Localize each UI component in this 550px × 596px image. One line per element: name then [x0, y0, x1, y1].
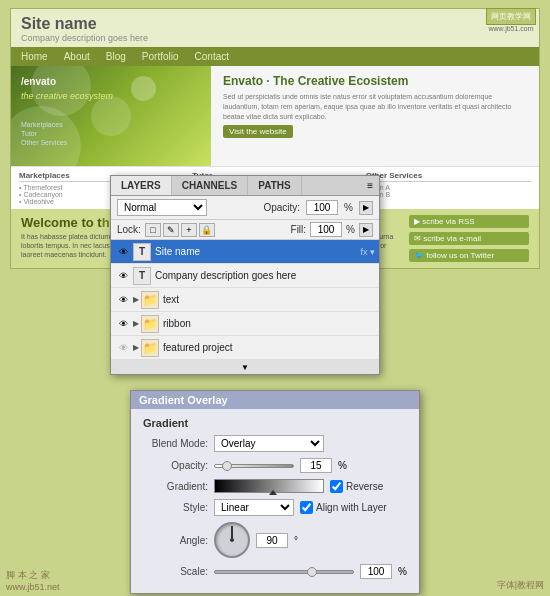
- follow-twitter-btn[interactable]: 🐦 follow us on Twitter: [409, 249, 529, 262]
- envato-body: Sed ut perspiciatis unde omnis iste natu…: [223, 92, 527, 121]
- angle-dial[interactable]: [214, 522, 250, 558]
- opacity-input[interactable]: [306, 200, 338, 215]
- lock-image[interactable]: ✎: [163, 223, 179, 237]
- thumb-ribbon: 📁: [141, 315, 159, 333]
- scale-slider-thumb[interactable]: [307, 567, 317, 577]
- gradient-opacity-row: Opacity: %: [143, 458, 407, 473]
- layer-item-featured[interactable]: 👁 ▶ 📁 featured project: [111, 336, 379, 360]
- lock-transparent[interactable]: □: [145, 223, 161, 237]
- lock-icons: □ ✎ + 🔒: [145, 223, 215, 237]
- align-checkbox[interactable]: Align with Layer: [300, 501, 387, 514]
- angle-dial-container: °: [214, 522, 298, 558]
- gradient-angle-label: Angle:: [143, 535, 208, 546]
- gradient-style-row: Style: Linear Align with Layer: [143, 499, 407, 516]
- site-nav: Home About Blog Portfolio Contact: [11, 47, 539, 66]
- market-col-3: Other Services • Item A • Item B: [366, 171, 531, 205]
- subscribe-email-btn[interactable]: ✉ scribe via e-mail: [409, 232, 529, 245]
- scale-input[interactable]: [360, 564, 392, 579]
- blend-mode-select[interactable]: Normal: [117, 199, 207, 216]
- tutor-label: Tutor: [21, 130, 201, 137]
- other-label: Other Services: [21, 139, 201, 146]
- arrow-featured: ▶: [133, 343, 139, 352]
- top-right-watermark: 网页教学网 www.jb51.com: [486, 8, 536, 32]
- layer-item-ribbon[interactable]: 👁 ▶ 📁 ribbon: [111, 312, 379, 336]
- opacity-slider[interactable]: [214, 464, 294, 468]
- angle-unit: °: [294, 535, 298, 546]
- scale-slider-container: %: [214, 564, 407, 579]
- scale-slider[interactable]: [214, 570, 354, 574]
- watermark-box: 网页教学网: [486, 8, 536, 25]
- watermark-url: www.jb51.com: [486, 25, 536, 32]
- arrow-ribbon: ▶: [133, 319, 139, 328]
- eye-icon-featured[interactable]: 👁: [115, 340, 131, 356]
- nav-home[interactable]: Home: [21, 51, 48, 62]
- envato-tagline: the creative ecosystem: [21, 91, 201, 101]
- eye-icon-text[interactable]: 👁: [115, 292, 131, 308]
- gradient-scale-row: Scale: %: [143, 564, 407, 579]
- gradient-angle-row: Angle: °: [143, 522, 407, 558]
- tab-layers[interactable]: LAYERS: [111, 176, 172, 195]
- eye-icon-sitename[interactable]: 👁: [115, 244, 131, 260]
- layer-item-company[interactable]: 👁 T Company description goes here: [111, 264, 379, 288]
- envato-title: Envato · The Creative Ecosistem: [223, 74, 527, 88]
- site-header: Site name Company description goes here …: [11, 9, 539, 47]
- nav-about[interactable]: About: [64, 51, 90, 62]
- fx-badge-sitename: fx ▾: [360, 247, 375, 257]
- layers-panel-menu[interactable]: ≡: [361, 176, 379, 195]
- gradient-opacity-pct: %: [338, 460, 347, 471]
- market-other-2: • Item B: [366, 191, 531, 198]
- fill-arrow[interactable]: ▶: [359, 223, 373, 237]
- gradient-overlay-panel: Gradient Overlay Gradient Blend Mode: Ov…: [130, 390, 420, 594]
- thumb-sitename: T: [133, 243, 151, 261]
- gradient-bar-thumb: [269, 490, 277, 495]
- layer-name-featured: featured project: [163, 342, 375, 353]
- layer-item-sitename[interactable]: 👁 T Site name fx ▾: [111, 240, 379, 264]
- layer-name-company: Company description goes here: [155, 270, 375, 281]
- watermark-cn: 脚 本 之 家: [6, 569, 60, 582]
- align-check[interactable]: [300, 501, 313, 514]
- gradient-blend-label: Blend Mode:: [143, 438, 208, 449]
- eye-icon-ribbon[interactable]: 👁: [115, 316, 131, 332]
- gradient-style-select[interactable]: Linear: [214, 499, 294, 516]
- gradient-scale-label: Scale:: [143, 566, 208, 577]
- visit-btn[interactable]: Visit the website: [223, 125, 293, 138]
- opacity-arrow[interactable]: ▶: [359, 201, 373, 215]
- markets-label: Marketplaces: [21, 121, 201, 128]
- envato-content: /envato the creative ecosystem Marketpla…: [21, 76, 201, 146]
- lock-position[interactable]: +: [181, 223, 197, 237]
- fill-percent: %: [346, 224, 355, 235]
- gradient-bar-row: Gradient: Reverse: [143, 479, 407, 493]
- site-name: Site name: [21, 15, 148, 33]
- market-col3-title: Other Services: [366, 171, 531, 182]
- opacity-slider-thumb[interactable]: [222, 461, 232, 471]
- site-logo-area: Site name Company description goes here: [21, 15, 148, 43]
- tab-channels[interactable]: CHANNELS: [172, 176, 249, 195]
- envato-right: Envato · The Creative Ecosistem Sed ut p…: [211, 66, 539, 166]
- layers-tabs: LAYERS CHANNELS PATHS ≡: [111, 176, 379, 196]
- layer-name-text: text: [163, 294, 375, 305]
- fill-input[interactable]: [310, 222, 342, 237]
- watermark-url-left: www.jb51.net: [6, 582, 60, 592]
- gradient-blend-row: Blend Mode: Overlay: [143, 435, 407, 452]
- eye-icon-company[interactable]: 👁: [115, 268, 131, 284]
- tab-paths[interactable]: PATHS: [248, 176, 301, 195]
- envato-banner: /envato the creative ecosystem Marketpla…: [11, 66, 211, 166]
- gradient-blend-select[interactable]: Overlay: [214, 435, 324, 452]
- reverse-checkbox[interactable]: Reverse: [330, 480, 383, 493]
- layer-item-text[interactable]: 👁 ▶ 📁 text: [111, 288, 379, 312]
- lock-all[interactable]: 🔒: [199, 223, 215, 237]
- reverse-check[interactable]: [330, 480, 343, 493]
- nav-portfolio[interactable]: Portfolio: [142, 51, 179, 62]
- gradient-bar[interactable]: [214, 479, 324, 493]
- gradient-opacity-label: Opacity:: [143, 460, 208, 471]
- layer-name-sitename: Site name: [155, 246, 356, 257]
- subscribe-rss-btn[interactable]: ▶ scribe via RSS: [409, 215, 529, 228]
- layers-scroll-down[interactable]: ▼: [111, 360, 379, 374]
- gradient-opacity-input[interactable]: [300, 458, 332, 473]
- arrow-text: ▶: [133, 295, 139, 304]
- bottom-left-watermark: 脚 本 之 家 www.jb51.net: [6, 569, 60, 592]
- angle-input[interactable]: [256, 533, 288, 548]
- nav-contact[interactable]: Contact: [195, 51, 229, 62]
- lock-row: Lock: □ ✎ + 🔒 Fill: % ▶: [111, 220, 379, 240]
- nav-blog[interactable]: Blog: [106, 51, 126, 62]
